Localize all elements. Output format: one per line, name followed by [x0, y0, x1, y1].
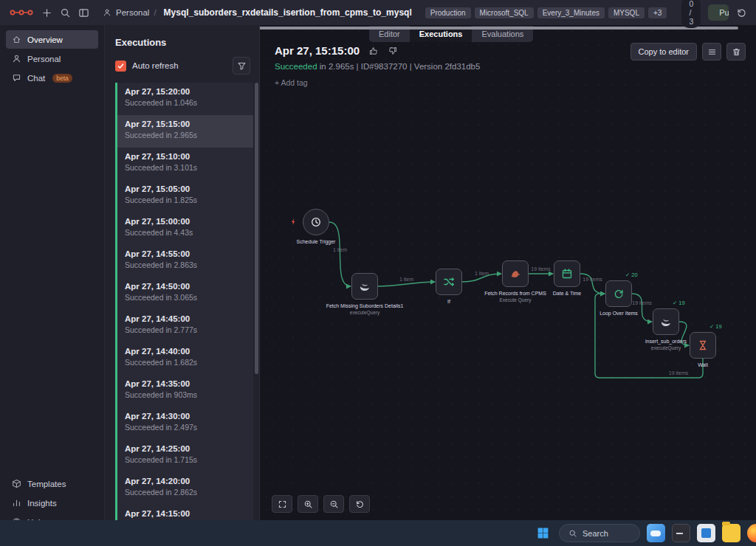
node-if[interactable]: [436, 269, 462, 295]
node-wait[interactable]: [690, 332, 716, 359]
zoom-in-button[interactable]: [298, 495, 318, 513]
node-loop-over-items[interactable]: [605, 280, 632, 307]
sidebar-item-templates[interactable]: Templates: [6, 474, 98, 493]
sidebar-item-insights[interactable]: Insights: [6, 494, 98, 512]
node-label: Loop Over Items: [578, 310, 659, 317]
node-label: Fetch Missing Suborders Details1executeQ…: [324, 303, 405, 317]
start-button[interactable]: [533, 524, 552, 543]
edge-loop-to-insert: [632, 294, 652, 322]
execution-list-item[interactable]: Apr 27, 15:05:00Succeeded in 1.825s: [115, 180, 253, 212]
execution-list-item[interactable]: Apr 27, 14:30:00Succeeded in 2.497s: [115, 407, 253, 440]
edge-fetch1-to-if: [378, 282, 435, 286]
executions-panel: Executions Auto refresh Apr 27, 15:20:00…: [105, 25, 260, 520]
sidebar-item-label: Chat: [27, 74, 45, 83]
execution-status-text: Succeeded in 2.863s: [125, 260, 246, 269]
execution-date: Apr 27, 14:45:00: [125, 314, 246, 323]
mssql-icon: [359, 280, 371, 292]
folder-app-icon[interactable]: [722, 524, 740, 542]
delete-execution-button[interactable]: [726, 43, 746, 61]
edge-item-count: 1 item: [333, 247, 347, 252]
execution-list-item[interactable]: Apr 27, 14:50:00Succeeded in 3.065s: [115, 277, 253, 310]
firefox-app-icon[interactable]: [747, 524, 756, 542]
execution-date: Apr 27, 15:20:00: [125, 87, 246, 96]
execution-list-item[interactable]: Apr 27, 14:25:00Succeeded in 1.715s: [115, 440, 253, 472]
execution-list-item[interactable]: Apr 27, 14:55:00Succeeded in 2.863s: [115, 245, 253, 277]
execution-date: Apr 27, 15:10:00: [125, 152, 246, 161]
reset-view-button[interactable]: [349, 495, 370, 513]
weather-app-icon[interactable]: [647, 524, 665, 542]
execution-list-item[interactable]: Apr 27, 15:00:00Succeeded in 4.43s: [115, 212, 253, 245]
breadcrumb-project[interactable]: Personal: [116, 8, 149, 17]
execution-status-text: Succeeded in 2.862s: [125, 488, 246, 497]
loop-icon: [613, 288, 625, 300]
edge-item-count: 1 item: [399, 277, 413, 282]
node-success-badge: ✓ 20: [625, 272, 638, 278]
execution-list-item[interactable]: Apr 27, 15:15:00Succeeded in 2.965s: [115, 115, 253, 148]
insights-icon: [12, 498, 21, 508]
published-toggle[interactable]: Published: [708, 4, 729, 21]
list-icon: [707, 47, 717, 57]
undo-icon: [355, 500, 365, 509]
sidebar-item-overview[interactable]: Overview: [6, 30, 98, 49]
execution-date: Apr 27, 14:15:00: [125, 509, 246, 518]
log-view-button[interactable]: [702, 43, 721, 61]
workflow-tag-mysql[interactable]: MYSQL: [608, 7, 645, 18]
execution-meta: in 2.965s | ID#9837270 | Version 2fd31db…: [320, 62, 481, 71]
node-label: Wait: [662, 362, 743, 368]
execution-date: Apr 27, 15:05:00: [125, 184, 246, 193]
templates-icon: [12, 479, 21, 488]
funnel-icon: [237, 61, 247, 71]
execution-list-item[interactable]: Apr 27, 14:15:00: [115, 505, 253, 520]
sidebar-item-chat[interactable]: Chatbeta: [6, 69, 98, 87]
execution-list-item[interactable]: Apr 27, 14:20:00Succeeded in 2.862s: [115, 472, 253, 505]
search-icon[interactable]: [60, 7, 71, 18]
history-icon[interactable]: [736, 7, 747, 18]
taskbar-apps: Search: [533, 520, 756, 546]
edge-item-count: 19 items: [632, 300, 652, 305]
workflow-tag-3[interactable]: +3: [648, 7, 667, 18]
trash-icon: [732, 47, 741, 57]
node-schedule-trigger[interactable]: [303, 209, 329, 235]
user-icon: [12, 54, 21, 63]
sidebar-nav: OverviewPersonalChatbeta: [0, 25, 104, 93]
execution-date: Apr 27, 14:40:00: [125, 347, 246, 356]
panel-toggle-icon[interactable]: [78, 7, 89, 18]
home-icon: [12, 35, 21, 44]
n8n-logo[interactable]: [9, 7, 34, 18]
edge-item-count: 19 items: [531, 266, 551, 272]
filter-executions-button[interactable]: [233, 57, 250, 75]
vertical-scrollbar[interactable]: [255, 83, 258, 374]
thumb-down-icon[interactable]: [388, 46, 398, 56]
execution-list-item[interactable]: Apr 27, 15:10:00Succeeded in 3.101s: [115, 148, 253, 180]
new-workflow-button[interactable]: [41, 7, 52, 18]
taskbar-search[interactable]: Search: [559, 524, 640, 542]
terminal-app-icon[interactable]: [672, 524, 690, 542]
copy-to-editor-button[interactable]: Copy to editor: [630, 43, 697, 61]
execution-list-item[interactable]: Apr 27, 14:45:00Succeeded in 2.777s: [115, 310, 253, 342]
node-fetch-missing-suborders-details1[interactable]: [351, 273, 378, 300]
node-insert-sub-orders[interactable]: [653, 308, 679, 335]
sidebar-item-personal[interactable]: Personal: [6, 49, 98, 68]
auto-refresh-row: Auto refresh: [105, 57, 259, 82]
sidebar-item-help[interactable]: Help: [6, 513, 98, 520]
sidebar-item-label: Overview: [27, 35, 63, 44]
files-app-icon[interactable]: [697, 524, 715, 542]
execution-list-item[interactable]: Apr 27, 14:40:00Succeeded in 1.682s: [115, 342, 253, 375]
workflow-canvas[interactable]: EditorExecutionsEvaluations Apr 27, 15:1…: [260, 25, 756, 520]
execution-status-text: Succeeded in 3.065s: [125, 293, 246, 302]
executions-panel-title: Executions: [105, 25, 259, 57]
workflow-tag-production[interactable]: Production: [425, 7, 471, 18]
breadcrumb[interactable]: Personal /: [103, 8, 157, 17]
execution-list-item[interactable]: Apr 27, 14:35:00Succeeded in 903ms: [115, 375, 253, 407]
node-date-time[interactable]: [554, 260, 580, 287]
fit-view-button[interactable]: [272, 495, 292, 513]
execution-list-item[interactable]: Apr 27, 15:20:00Succeeded in 1.046s: [115, 83, 253, 115]
thumb-up-icon[interactable]: [368, 46, 379, 56]
workflow-name[interactable]: Mysql_suborders_rxdetails_isertion_from_…: [164, 7, 412, 18]
workflow-tag-microsoft-sql[interactable]: Microsoft_SQL: [475, 7, 534, 18]
zoom-out-button[interactable]: [323, 495, 344, 513]
workflow-tag-every-3-minutes[interactable]: Every_3_Minutes: [537, 7, 605, 18]
auto-refresh-checkbox[interactable]: [115, 61, 126, 72]
add-tag-button[interactable]: + Add tag: [275, 78, 480, 87]
node-fetch-records-from-cpms[interactable]: [502, 260, 529, 287]
